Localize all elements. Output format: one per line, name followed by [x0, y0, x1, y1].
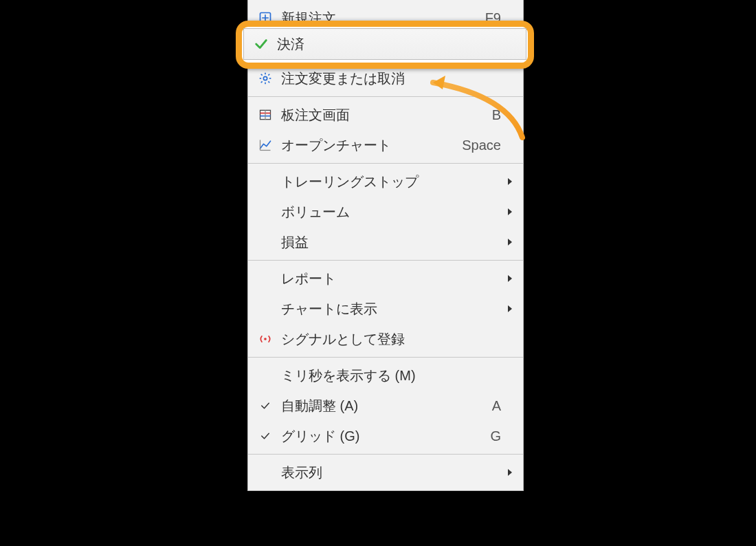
- chart-icon: [255, 138, 276, 152]
- check-green-icon: [255, 41, 276, 56]
- menu-item-label: 表示列: [276, 463, 501, 482]
- menu-item-label: トレーリングストップ: [276, 173, 501, 191]
- menu-item-volume[interactable]: ボリューム: [248, 197, 523, 227]
- menu-item-label: シグナルとして登録: [276, 330, 501, 349]
- menu-item-shortcut: B: [487, 107, 501, 123]
- svg-line-8: [261, 81, 263, 83]
- menu-item-label: 決済: [276, 39, 501, 58]
- menu-item-register-signal[interactable]: シグナルとして登録: [248, 324, 523, 354]
- menu-item-columns[interactable]: 表示列: [248, 457, 523, 488]
- menu-item-new-order[interactable]: 新規注文F9: [248, 3, 523, 33]
- svg-line-7: [268, 81, 269, 83]
- menu-item-label: 自動調整 (A): [276, 397, 487, 415]
- context-menu: 新規注文F9決済注文変更または取消板注文画面BオープンチャートSpaceトレーリ…: [247, 0, 524, 491]
- svg-point-16: [264, 338, 267, 340]
- submenu-arrow-icon: [501, 304, 513, 314]
- check-thin-icon: [255, 400, 276, 412]
- menu-item-shortcut: Space: [456, 138, 501, 153]
- gear-icon: [255, 72, 276, 85]
- svg-line-9: [268, 74, 269, 76]
- submenu-arrow-icon: [501, 468, 513, 477]
- svg-line-6: [261, 74, 263, 76]
- menu-item-shortcut: F9: [480, 10, 501, 26]
- submenu-arrow-icon: [501, 237, 513, 247]
- menu-separator: [248, 454, 523, 455]
- submenu-arrow-icon: [501, 177, 513, 186]
- menu-item-shortcut: A: [487, 398, 501, 414]
- menu-item-label: オープンチャート: [276, 136, 456, 155]
- menu-item-label: 損益: [276, 233, 501, 252]
- menu-item-label: ボリューム: [276, 203, 501, 221]
- menu-separator: [248, 96, 523, 97]
- menu-item-report[interactable]: レポート: [248, 263, 523, 294]
- plus-box-icon: [255, 11, 276, 25]
- submenu-arrow-icon: [501, 274, 513, 283]
- submenu-arrow-icon: [501, 207, 513, 217]
- menu-item-shortcut: G: [485, 428, 501, 444]
- menu-item-show-on-chart[interactable]: チャートに表示: [248, 294, 523, 324]
- menu-item-dom[interactable]: 板注文画面B: [248, 100, 523, 130]
- menu-separator: [248, 357, 523, 358]
- menu-item-profit-loss[interactable]: 損益: [248, 227, 523, 257]
- menu-item-label: レポート: [276, 270, 501, 288]
- menu-item-grid[interactable]: グリッド (G)G: [248, 421, 523, 451]
- signal-icon: [255, 332, 276, 346]
- svg-point-1: [263, 76, 267, 80]
- menu-item-show-ms[interactable]: ミリ秒を表示する (M): [248, 360, 523, 391]
- menu-item-label: 新規注文: [276, 9, 480, 28]
- dom-icon: [255, 108, 276, 122]
- menu-item-label: ミリ秒を表示する (M): [276, 367, 501, 385]
- check-thin-icon: [255, 430, 276, 442]
- menu-item-modify-cancel[interactable]: 注文変更または取消: [248, 63, 523, 94]
- menu-item-label: グリッド (G): [276, 427, 485, 446]
- menu-item-label: チャートに表示: [276, 300, 501, 318]
- menu-separator: [248, 260, 523, 261]
- menu-item-label: 板注文画面: [276, 106, 487, 124]
- menu-item-auto-arrange[interactable]: 自動調整 (A)A: [248, 391, 523, 421]
- menu-item-trailing-stop[interactable]: トレーリングストップ: [248, 166, 523, 197]
- menu-item-open-chart[interactable]: オープンチャートSpace: [248, 130, 523, 160]
- menu-separator: [248, 163, 523, 164]
- menu-item-label: 注文変更または取消: [276, 69, 501, 88]
- menu-item-close-position[interactable]: 決済: [248, 33, 523, 63]
